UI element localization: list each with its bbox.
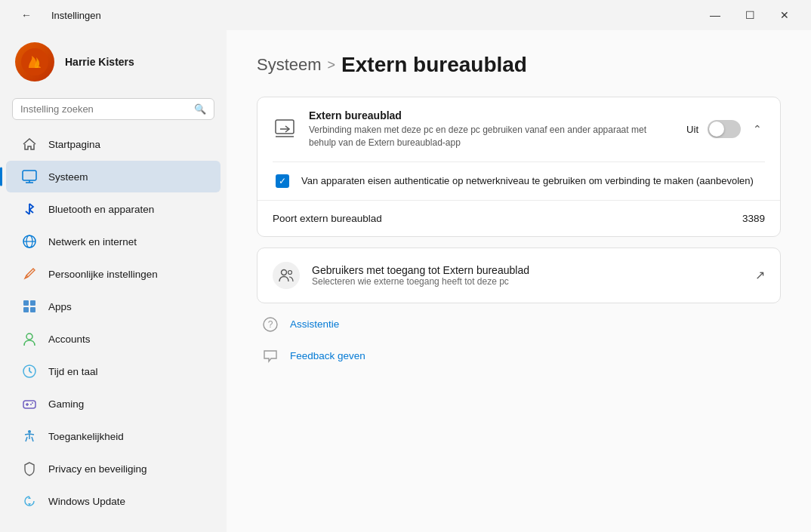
sidebar-item-label-persoonlijk: Persoonlijke instellingen	[48, 269, 158, 280]
systeem-icon	[21, 168, 38, 185]
users-title: Gebruikers met toegang tot Extern bureau…	[312, 264, 743, 276]
sidebar-item-label-bluetooth: Bluetooth en apparaten	[48, 204, 154, 215]
sidebar-item-label-gaming: Gaming	[48, 398, 84, 410]
titlebar-left: ← Instellingen	[9, 3, 101, 27]
sidebar-item-netwerk[interactable]: Netwerk en internet	[6, 226, 220, 257]
sidebar-item-systeem[interactable]: Systeem	[6, 161, 220, 192]
tijd-icon	[21, 363, 38, 380]
search-container: 🔍	[0, 94, 227, 128]
sidebar-item-label-startpagina: Startpagina	[48, 139, 100, 150]
svg-line-15	[29, 371, 32, 373]
link-assistentie[interactable]: ?Assistentie	[260, 314, 778, 335]
window-controls: — ☐ ✕	[698, 3, 802, 27]
accounts-icon	[21, 331, 38, 347]
svg-point-12	[26, 334, 32, 340]
svg-point-19	[30, 404, 32, 405]
remote-desktop-icon	[273, 117, 297, 141]
sidebar-item-label-apps: Apps	[48, 301, 72, 312]
remote-desktop-toggle[interactable]	[708, 120, 741, 138]
remote-desktop-status: Uit	[686, 124, 698, 135]
remote-desktop-controls: Uit ⌃	[686, 120, 765, 138]
checkbox-label: Van apparaten eisen authenticatie op net…	[301, 174, 754, 188]
apps-icon	[21, 298, 38, 315]
remote-desktop-text: Extern bureaublad Verbinding maken met d…	[309, 109, 674, 149]
checkmark-icon: ✓	[279, 176, 286, 186]
app-body: Harrie Kisters 🔍 StartpaginaSysteemBluet…	[0, 30, 811, 532]
back-button[interactable]: ←	[9, 3, 44, 27]
sidebar-item-persoonlijk[interactable]: Persoonlijke instellingen	[6, 258, 220, 290]
svg-point-26	[288, 270, 292, 274]
svg-point-25	[282, 269, 287, 275]
svg-rect-11	[30, 307, 35, 312]
expand-button[interactable]: ⌃	[750, 120, 765, 138]
checkbox-row[interactable]: ✓ Van apparaten eisen authenticatie op n…	[257, 162, 780, 200]
link-feedback[interactable]: Feedback geven	[260, 346, 778, 367]
breadcrumb-parent[interactable]: Systeem	[257, 55, 322, 75]
svg-point-21	[28, 430, 31, 433]
svg-rect-8	[23, 300, 29, 306]
close-button[interactable]: ✕	[767, 3, 802, 27]
users-row[interactable]: Gebruikers met toegang tot Extern bureau…	[257, 248, 780, 303]
users-icon	[273, 262, 300, 289]
persoonlijk-icon	[21, 266, 38, 282]
toegankelijkheid-icon	[21, 428, 38, 444]
avatar-logo-icon	[21, 48, 48, 75]
svg-rect-1	[23, 171, 36, 180]
toggle-knob	[709, 121, 724, 137]
sidebar-item-label-accounts: Accounts	[48, 334, 91, 345]
auth-checkbox[interactable]: ✓	[276, 174, 289, 188]
avatar	[15, 42, 54, 81]
external-link-icon: ↗	[755, 268, 765, 282]
svg-line-7	[26, 275, 28, 277]
links-section: ?AssistentieFeedback geven	[257, 314, 781, 367]
breadcrumb-separator: >	[328, 57, 336, 73]
search-box: 🔍	[12, 98, 214, 120]
sidebar-item-label-netwerk: Netwerk en internet	[48, 236, 137, 248]
search-input[interactable]	[20, 103, 188, 115]
svg-text:?: ?	[268, 319, 273, 330]
gaming-icon	[21, 395, 38, 412]
app-title: Instellingen	[51, 10, 101, 21]
user-name: Harrie Kisters	[65, 56, 134, 68]
netwerk-icon	[21, 233, 38, 250]
sidebar-item-label-privacy: Privacy en beveiliging	[48, 463, 147, 475]
sidebar-item-startpagina[interactable]: Startpagina	[6, 128, 220, 160]
svg-rect-9	[30, 300, 35, 306]
sidebar-item-bluetooth[interactable]: Bluetooth en apparaten	[6, 193, 220, 225]
search-icon: 🔍	[194, 103, 206, 115]
link-label-feedback[interactable]: Feedback geven	[290, 350, 365, 361]
sidebar-item-gaming[interactable]: Gaming	[6, 388, 220, 420]
feedback-icon	[260, 346, 281, 367]
main-content: Systeem > Extern bureaublad Extern b	[227, 30, 811, 532]
sidebar-item-update[interactable]: Windows Update	[6, 485, 220, 517]
sidebar-item-privacy[interactable]: Privacy en beveiliging	[6, 453, 220, 484]
link-label-assistentie[interactable]: Assistentie	[290, 318, 339, 330]
port-label: Poort extern bureaublad	[273, 213, 382, 224]
svg-rect-10	[23, 307, 29, 312]
remote-desktop-header[interactable]: Extern bureaublad Verbinding maken met d…	[257, 97, 780, 161]
port-value: 3389	[742, 213, 765, 224]
user-profile[interactable]: Harrie Kisters	[0, 30, 227, 94]
sidebar-item-label-toegankelijkheid: Toegankelijkheid	[48, 431, 124, 442]
privacy-icon	[21, 460, 38, 477]
svg-point-20	[32, 402, 33, 404]
sidebar-item-apps[interactable]: Apps	[6, 291, 220, 322]
minimize-button[interactable]: —	[698, 3, 732, 27]
startpagina-icon	[21, 136, 38, 152]
sidebar-item-toegankelijkheid[interactable]: Toegankelijkheid	[6, 420, 220, 452]
sidebar-item-label-systeem: Systeem	[48, 171, 88, 183]
maximize-button[interactable]: ☐	[732, 3, 767, 27]
remote-desktop-card: Extern bureaublad Verbinding maken met d…	[257, 97, 781, 237]
sidebar: Harrie Kisters 🔍 StartpaginaSysteemBluet…	[0, 30, 227, 532]
nav-list: StartpaginaSysteemBluetooth en apparaten…	[0, 128, 227, 518]
update-icon	[21, 493, 38, 509]
sidebar-item-accounts[interactable]: Accounts	[6, 323, 220, 355]
svg-rect-22	[276, 120, 294, 134]
users-card: Gebruikers met toegang tot Extern bureau…	[257, 248, 781, 303]
titlebar: ← Instellingen — ☐ ✕	[0, 0, 811, 30]
port-row: Poort extern bureaublad 3389	[257, 200, 780, 236]
sidebar-item-tijd[interactable]: Tijd en taal	[6, 355, 220, 387]
svg-rect-16	[23, 401, 35, 408]
page-title: Extern bureaublad	[341, 53, 527, 77]
users-description: Selecteren wie externe toegang heeft tot…	[312, 276, 743, 287]
